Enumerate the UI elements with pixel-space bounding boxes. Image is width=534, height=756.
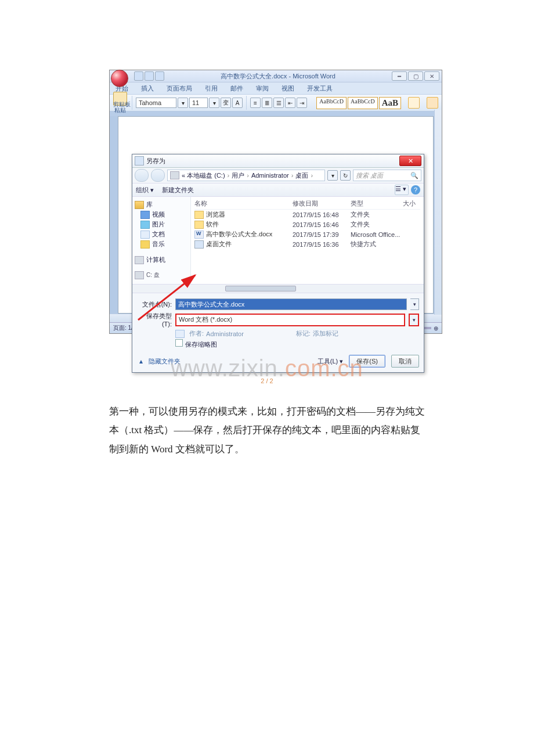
- author-value[interactable]: Administrator: [206, 330, 244, 337]
- nav-forward-button[interactable]: [151, 169, 165, 182]
- titlebar: 高中数学公式大全.docx - Microsoft Word ━ ▢ ✕: [110, 70, 442, 82]
- change-styles-icon[interactable]: [408, 97, 420, 109]
- tab-view[interactable]: 视图: [279, 83, 297, 94]
- save-thumbnail-checkbox[interactable]: 保存缩略图: [175, 339, 419, 349]
- dialog-title: 另存为: [146, 157, 399, 165]
- metadata-row: 作者: Administrator 标记: 添加标记: [175, 329, 419, 338]
- dialog-nav: « 本地磁盘 (C:)› 用户› Administrator› 桌面› ▾ ↻ …: [132, 168, 424, 183]
- window-title: 高中数学公式大全.docx - Microsoft Word: [164, 72, 392, 81]
- search-icon[interactable]: 🔍: [410, 172, 418, 179]
- save-icon[interactable]: [134, 71, 143, 81]
- font-name-input[interactable]: Tahoma: [136, 98, 176, 108]
- bullets-icon[interactable]: ≡: [250, 98, 261, 108]
- drive-icon: [170, 171, 179, 179]
- file-row[interactable]: 软件2017/9/15 16:46文件夹: [194, 219, 420, 229]
- vertical-scrollbar[interactable]: [434, 110, 442, 315]
- maximize-button[interactable]: ▢: [408, 71, 423, 81]
- file-list-header: 名称 修改日期 类型 大小: [194, 199, 420, 210]
- file-row[interactable]: 浏览器2017/9/15 16:48文件夹: [194, 210, 420, 219]
- style-heading1[interactable]: AaB: [379, 97, 401, 109]
- crumb-desktop[interactable]: 桌面: [295, 171, 308, 180]
- nav-computer[interactable]: 计算机: [146, 255, 165, 264]
- search-input[interactable]: 搜索 桌面 🔍: [353, 170, 421, 181]
- col-type[interactable]: 类型: [351, 199, 403, 208]
- col-name[interactable]: 名称: [194, 199, 293, 208]
- clear-formatting-icon[interactable]: 变: [221, 98, 231, 108]
- filename-dropdown-icon[interactable]: ▾: [410, 298, 419, 310]
- tab-insert[interactable]: 插入: [139, 83, 156, 94]
- article-text: 第一种，可以使用另存的模式来，比如，打开密码的文档——另存为纯文本（.txt 格…: [109, 402, 425, 459]
- cancel-button[interactable]: 取消: [391, 355, 419, 368]
- undo-icon[interactable]: [145, 71, 154, 81]
- style-normal[interactable]: AaBbCcD: [316, 97, 347, 109]
- refresh-icon[interactable]: ↻: [340, 170, 351, 181]
- document-icon: [140, 231, 150, 239]
- tab-review[interactable]: 审阅: [254, 83, 271, 94]
- col-date[interactable]: 修改日期: [293, 199, 351, 208]
- save-as-dialog: 另存为 ✕ « 本地磁盘 (C:)› 用户› Administrator› 桌面…: [132, 154, 424, 373]
- author-icon: [175, 330, 185, 338]
- document-area: 就是 y 等于 a 乘以 ( x+h ) 的平方+k -h 是顶点坐标的 x 另…: [110, 116, 442, 314]
- crumb-admin[interactable]: Administrator: [251, 172, 289, 179]
- phonetic-guide-icon[interactable]: A: [232, 98, 243, 108]
- tab-mailings[interactable]: 邮件: [228, 83, 246, 94]
- checkbox-icon[interactable]: [175, 339, 183, 347]
- file-row[interactable]: 桌面文件2017/9/15 16:36快捷方式: [194, 239, 420, 249]
- font-size-input[interactable]: 11: [189, 98, 208, 108]
- close-button[interactable]: ✕: [424, 71, 439, 81]
- organize-button[interactable]: 组织 ▾: [136, 186, 154, 195]
- help-icon[interactable]: ?: [411, 185, 420, 195]
- crumb-drive[interactable]: « 本地磁盘 (C:): [182, 171, 225, 180]
- author-label: 作者:: [189, 329, 204, 338]
- filename-label: 文件名(N):: [139, 300, 172, 309]
- folder-icon: [194, 211, 204, 219]
- style-nospacing[interactable]: AaBbCcD: [348, 97, 378, 109]
- font-name-dropdown-icon[interactable]: ▾: [178, 98, 188, 108]
- file-list-scrollbar[interactable]: [132, 284, 424, 293]
- dialog-nav-pane[interactable]: 库 视频 图片 文档 音乐 计算机 C: 盘: [132, 197, 191, 284]
- tab-layout[interactable]: 页面布局: [164, 83, 194, 94]
- tab-references[interactable]: 引用: [203, 83, 220, 94]
- view-mode-button[interactable]: ☰ ▾: [395, 185, 409, 195]
- nav-music[interactable]: 音乐: [152, 240, 165, 249]
- folder-icon: [194, 221, 204, 229]
- savetype-dropdown-icon[interactable]: ▾: [409, 314, 419, 326]
- col-size[interactable]: 大小: [403, 199, 420, 208]
- dialog-close-button[interactable]: ✕: [399, 156, 421, 166]
- zoom-in-icon[interactable]: ⊕: [434, 325, 438, 332]
- office-orb-icon[interactable]: [111, 70, 128, 87]
- redo-icon[interactable]: [155, 71, 164, 81]
- computer-icon: [135, 256, 144, 264]
- nav-back-button[interactable]: [135, 169, 149, 182]
- tag-value[interactable]: 添加标记: [313, 329, 338, 338]
- file-list[interactable]: 名称 修改日期 类型 大小 浏览器2017/9/15 16:48文件夹 软件20…: [191, 197, 424, 284]
- new-folder-button[interactable]: 新建文件夹: [162, 186, 194, 195]
- nav-picture[interactable]: 图片: [152, 220, 165, 229]
- word-window: 高中数学公式大全.docx - Microsoft Word ━ ▢ ✕ 开始 …: [109, 70, 442, 334]
- crumb-dropdown-icon[interactable]: ▾: [327, 170, 338, 181]
- tab-developer[interactable]: 开发工具: [305, 83, 335, 94]
- video-icon: [140, 211, 150, 219]
- minimize-button[interactable]: ━: [392, 71, 407, 81]
- filename-input[interactable]: 高中数学公式大全.docx: [175, 298, 407, 310]
- style-gallery[interactable]: AaBbCcD AaBbCcD AaB: [316, 97, 401, 109]
- find-replace-icon[interactable]: [427, 97, 438, 109]
- drive-c-icon: [135, 271, 144, 279]
- breadcrumb[interactable]: « 本地磁盘 (C:)› 用户› Administrator› 桌面›: [167, 170, 325, 181]
- savetype-dropdown[interactable]: Word 文档 (*.docx): [175, 314, 405, 326]
- decrease-indent-icon[interactable]: ⇤: [285, 98, 295, 108]
- nav-video[interactable]: 视频: [152, 210, 165, 219]
- clipboard-group-label: 剪贴板: [113, 100, 131, 109]
- increase-indent-icon[interactable]: ⇥: [297, 98, 307, 108]
- dialog-toolbar: 组织 ▾ 新建文件夹 ☰ ▾ ?: [132, 183, 424, 197]
- file-row[interactable]: 高中数学公式大全.docx2017/9/15 17:39Microsoft Of…: [194, 229, 420, 239]
- font-size-dropdown-icon[interactable]: ▾: [209, 98, 219, 108]
- crumb-users[interactable]: 用户: [232, 171, 244, 180]
- numbering-icon[interactable]: ≣: [262, 98, 272, 108]
- nav-library[interactable]: 库: [146, 200, 153, 209]
- nav-document[interactable]: 文档: [152, 230, 165, 239]
- tag-label: 标记:: [296, 329, 311, 338]
- nav-drive-c[interactable]: C: 盘: [146, 271, 160, 279]
- dialog-titlebar: 另存为 ✕: [132, 154, 424, 168]
- multilevel-icon[interactable]: ☰: [273, 98, 284, 108]
